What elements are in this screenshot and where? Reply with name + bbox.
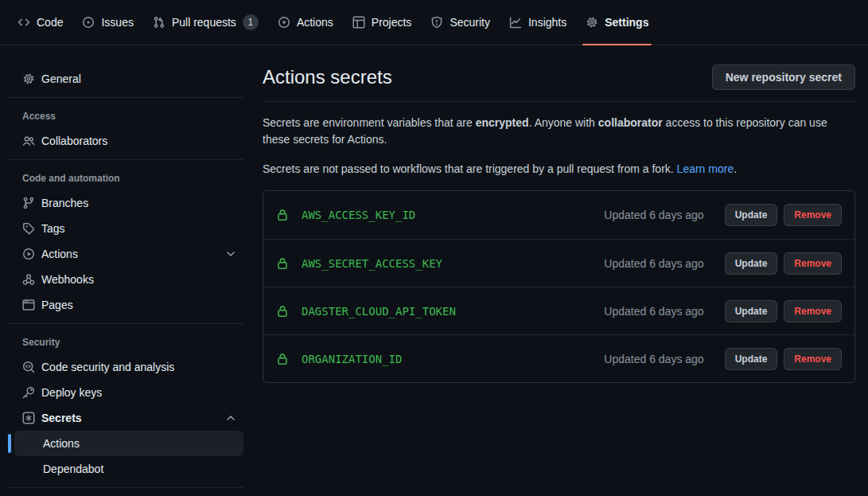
learn-more-link[interactable]: Learn more	[677, 162, 734, 175]
table-icon	[352, 16, 365, 29]
remove-button[interactable]: Remove	[784, 252, 842, 275]
nav-tab-label: Actions	[297, 16, 333, 29]
secret-updated: Updated 6 days ago	[604, 353, 703, 365]
secret-row: ORGANIZATION_ID Updated 6 days ago Updat…	[263, 334, 854, 382]
nav-tab-insights[interactable]: Insights	[501, 0, 574, 45]
sidebar-item-code-security-and-analysis[interactable]: Code security and analysis	[13, 354, 243, 380]
sidebar-item-secrets-dependabot[interactable]: Dependabot	[14, 456, 243, 482]
nav-tab-label: Pull requests	[172, 16, 236, 29]
sidebar-item-label: Actions	[43, 437, 237, 450]
chevron-up-icon	[224, 412, 237, 424]
remove-button[interactable]: Remove	[784, 204, 842, 226]
secret-row: AWS_SECRET_ACCESS_KEY Updated 6 days ago…	[263, 239, 854, 287]
nav-tab-actions[interactable]: Actions	[270, 0, 341, 45]
nav-tab-issues[interactable]: Issues	[74, 0, 141, 45]
update-button[interactable]: Update	[725, 348, 778, 370]
actions-secrets-panel: Actions secrets New repository secret Se…	[250, 45, 868, 383]
sidebar-section-code-and-automation: Code and automation	[13, 160, 243, 190]
sidebar-divider	[8, 487, 243, 488]
sidebar-item-label: Collaborators	[41, 135, 237, 147]
repo-nav: Code Issues Pull requests 1 Actions Proj…	[0, 0, 868, 45]
sidebar-item-collaborators[interactable]: Collaborators	[13, 128, 243, 154]
nav-tab-projects[interactable]: Projects	[344, 0, 420, 45]
sidebar-item-actions[interactable]: Actions	[13, 241, 243, 267]
shield-icon	[430, 16, 443, 29]
sidebar-item-label: Code security and analysis	[41, 361, 237, 373]
update-button[interactable]: Update	[725, 300, 778, 322]
active-tab-indicator	[582, 44, 652, 45]
code-icon	[18, 16, 30, 29]
description-text: Secrets are environment variables that a…	[263, 116, 476, 129]
sidebar-item-deploy-keys[interactable]: Deploy keys	[13, 380, 243, 405]
secret-name: AWS_SECRET_ACCESS_KEY	[302, 257, 442, 270]
remove-button[interactable]: Remove	[784, 300, 842, 322]
description-text: . Anyone with	[529, 116, 598, 129]
secret-updated: Updated 6 days ago	[604, 257, 703, 270]
sidebar-item-pages[interactable]: Pages	[13, 292, 243, 318]
pull-requests-count-badge: 1	[243, 14, 259, 30]
graph-icon	[509, 16, 522, 29]
lock-icon	[276, 305, 289, 318]
nav-tab-security[interactable]: Security	[422, 0, 498, 45]
nav-tab-settings[interactable]: Settings	[578, 0, 656, 45]
git-branch-icon	[22, 197, 35, 209]
nav-tab-label: Code	[37, 16, 63, 29]
gear-icon	[586, 16, 598, 29]
settings-sidebar: General Access Collaborators Code and au…	[0, 45, 250, 488]
tag-icon	[22, 222, 35, 235]
active-item-indicator	[8, 434, 11, 453]
git-pull-request-icon	[153, 16, 165, 29]
nav-tab-label: Insights	[528, 16, 566, 29]
nav-tab-label: Security	[450, 16, 490, 29]
sidebar-item-tags[interactable]: Tags	[13, 216, 243, 241]
issue-opened-icon	[82, 16, 95, 29]
description-bold-encrypted: encrypted	[476, 116, 529, 129]
sidebar-item-label: Secrets	[41, 412, 218, 424]
sidebar-item-secrets[interactable]: Secrets	[13, 405, 243, 431]
codescan-icon	[22, 361, 35, 373]
remove-button[interactable]: Remove	[784, 348, 842, 370]
fork-note: Secrets are not passed to workflows that…	[263, 161, 855, 178]
webhook-icon	[22, 273, 35, 286]
sidebar-item-label: Tags	[41, 222, 237, 235]
fork-note-text: Secrets are not passed to workflows that…	[263, 162, 677, 175]
nav-tab-label: Projects	[372, 16, 412, 29]
sidebar-item-branches[interactable]: Branches	[13, 190, 243, 216]
sidebar-section-access: Access	[13, 98, 243, 128]
key-icon	[22, 386, 35, 399]
secret-row: AWS_ACCESS_KEY_ID Updated 6 days ago Upd…	[263, 191, 854, 239]
secrets-list: AWS_ACCESS_KEY_ID Updated 6 days ago Upd…	[263, 190, 855, 383]
chevron-down-icon	[224, 248, 237, 260]
nav-tab-code[interactable]: Code	[10, 0, 71, 45]
secret-name: ORGANIZATION_ID	[302, 353, 402, 365]
sidebar-item-secrets-actions[interactable]: Actions	[14, 431, 243, 456]
gear-icon	[22, 72, 35, 85]
sidebar-item-label: Branches	[41, 197, 237, 209]
nav-tab-pull-requests[interactable]: Pull requests 1	[145, 0, 267, 45]
sidebar-section-security: Security	[13, 324, 243, 354]
description-bold-collaborator: collaborator	[598, 116, 663, 129]
nav-tab-label: Settings	[605, 16, 648, 29]
secret-name: DAGSTER_CLOUD_API_TOKEN	[302, 305, 456, 318]
new-repository-secret-button[interactable]: New repository secret	[712, 64, 855, 90]
people-icon	[22, 135, 35, 147]
update-button[interactable]: Update	[725, 252, 778, 275]
play-icon	[22, 248, 35, 260]
secrets-description: Secrets are environment variables that a…	[263, 115, 855, 148]
sidebar-item-label: Dependabot	[43, 463, 237, 475]
sidebar-item-label: Deploy keys	[41, 386, 237, 399]
lock-icon	[276, 257, 289, 270]
lock-icon	[276, 353, 289, 365]
sidebar-item-label: Webhooks	[41, 273, 237, 286]
sidebar-item-webhooks[interactable]: Webhooks	[13, 267, 243, 292]
update-button[interactable]: Update	[725, 204, 778, 226]
secret-updated: Updated 6 days ago	[604, 209, 703, 221]
play-icon	[278, 16, 290, 29]
secret-name: AWS_ACCESS_KEY_ID	[302, 209, 415, 221]
browser-icon	[22, 299, 35, 311]
sidebar-item-label: Pages	[41, 299, 237, 311]
nav-tab-label: Issues	[101, 16, 133, 29]
page-title: Actions secrets	[263, 64, 392, 90]
sidebar-item-general[interactable]: General	[13, 66, 243, 92]
lock-icon	[276, 209, 289, 221]
